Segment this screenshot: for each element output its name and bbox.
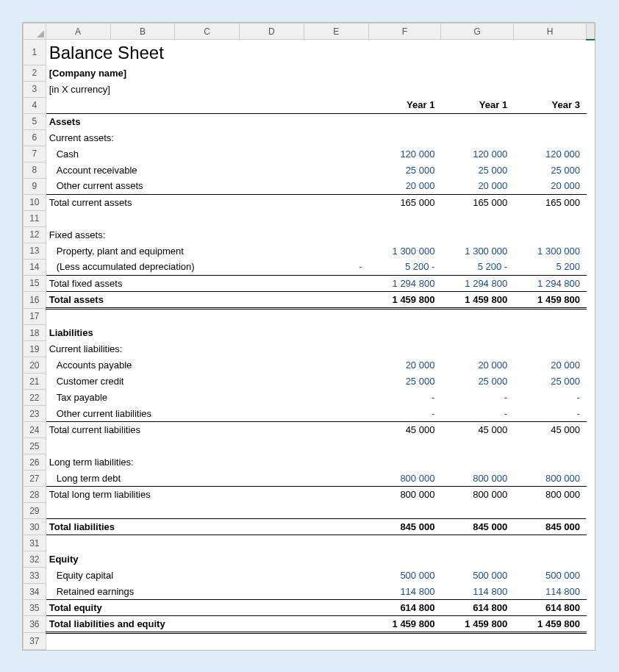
current-assets-label[interactable]: Current assets:: [46, 129, 586, 146]
row-label[interactable]: Equity capital: [46, 568, 368, 584]
row-header[interactable]: 34: [24, 584, 46, 600]
value-cell[interactable]: 5 200: [514, 259, 587, 275]
row-label[interactable]: Long term debt: [46, 471, 368, 487]
row-header[interactable]: 14: [24, 259, 46, 275]
total-label[interactable]: Total long term liabilities: [46, 487, 368, 503]
row-header[interactable]: 21: [24, 373, 46, 390]
row-header[interactable]: 6: [24, 129, 46, 146]
year-header-1[interactable]: Year 1: [368, 97, 441, 113]
total-cell[interactable]: 800 000: [441, 487, 514, 503]
row-label[interactable]: Account receivable: [46, 162, 368, 178]
neg-sign[interactable]: -: [304, 259, 368, 275]
total-cell[interactable]: 845 000: [514, 519, 587, 535]
value-cell[interactable]: 500 000: [514, 568, 587, 584]
empty-cell[interactable]: [46, 633, 586, 650]
total-cell[interactable]: 165 000: [514, 194, 587, 210]
value-cell[interactable]: 800 000: [514, 471, 587, 487]
row-header[interactable]: 16: [24, 291, 46, 308]
row-label[interactable]: Customer credit: [46, 373, 368, 390]
row-label[interactable]: Property, plant and equipment: [46, 243, 368, 259]
row-header[interactable]: 22: [24, 390, 46, 406]
value-cell[interactable]: -: [441, 390, 514, 406]
value-cell[interactable]: 25 000: [514, 373, 587, 390]
total-cell[interactable]: 165 000: [441, 194, 514, 210]
value-cell[interactable]: -: [514, 390, 587, 406]
empty-cell[interactable]: [46, 210, 586, 226]
row-label[interactable]: Tax payable: [46, 390, 368, 406]
total-label[interactable]: Total current assets: [46, 194, 368, 210]
empty-cell[interactable]: [46, 535, 586, 551]
title-cell[interactable]: Balance Sheet: [46, 40, 586, 65]
total-cell[interactable]: 1 294 800: [441, 275, 514, 291]
col-header-f[interactable]: F: [368, 24, 441, 40]
year-header-3[interactable]: Year 3: [514, 97, 587, 113]
longterm-label[interactable]: Long term liabilities:: [46, 454, 586, 471]
value-cell[interactable]: 114 800: [368, 584, 441, 600]
total-cell[interactable]: 1 459 800: [514, 616, 587, 633]
value-cell[interactable]: 1 300 000: [514, 243, 587, 259]
row-header[interactable]: 11: [24, 210, 46, 226]
row-label[interactable]: Accounts payable: [46, 357, 368, 373]
row-header[interactable]: 2: [24, 65, 46, 81]
value-cell[interactable]: 120 000: [368, 146, 441, 162]
row-header[interactable]: 33: [24, 568, 46, 584]
row-header[interactable]: 15: [24, 275, 46, 291]
value-cell[interactable]: 20 000: [441, 178, 514, 194]
value-cell[interactable]: 1 300 000: [441, 243, 514, 259]
cell[interactable]: [46, 97, 368, 113]
col-header-h[interactable]: H: [514, 24, 587, 40]
grand-total-label[interactable]: Total liabilities and equity: [46, 616, 368, 633]
total-cell[interactable]: 1 459 800: [368, 616, 441, 633]
col-header-g[interactable]: G: [441, 24, 514, 40]
value-cell[interactable]: 5 200 -: [368, 259, 441, 275]
company-cell[interactable]: [Company name]: [46, 65, 586, 81]
value-cell[interactable]: 20 000: [514, 178, 587, 194]
col-header-a[interactable]: A: [46, 24, 110, 40]
value-cell[interactable]: 120 000: [441, 146, 514, 162]
row-header[interactable]: 18: [24, 325, 46, 341]
row-header[interactable]: 26: [24, 454, 46, 471]
value-cell[interactable]: 25 000: [368, 373, 441, 390]
row-label[interactable]: (Less accumulated depreciation): [46, 259, 304, 275]
total-cell[interactable]: 614 800: [441, 600, 514, 616]
row-header[interactable]: 32: [24, 551, 46, 568]
assets-header[interactable]: Assets: [46, 113, 586, 129]
total-cell[interactable]: 1 459 800: [441, 291, 514, 308]
total-cell[interactable]: 45 000: [514, 422, 587, 438]
select-all-corner[interactable]: [24, 24, 46, 40]
total-cell[interactable]: 1 459 800: [441, 616, 514, 633]
total-cell[interactable]: 845 000: [441, 519, 514, 535]
value-cell[interactable]: 114 800: [441, 584, 514, 600]
row-header[interactable]: 29: [24, 503, 46, 519]
value-cell[interactable]: 20 000: [368, 178, 441, 194]
value-cell[interactable]: 114 800: [514, 584, 587, 600]
row-header[interactable]: 27: [24, 471, 46, 487]
row-header[interactable]: 35: [24, 600, 46, 616]
row-header[interactable]: 5: [24, 113, 46, 129]
total-cell[interactable]: 45 000: [441, 422, 514, 438]
row-header[interactable]: 36: [24, 616, 46, 633]
row-header[interactable]: 3: [24, 81, 46, 97]
row-header[interactable]: 7: [24, 146, 46, 162]
value-cell[interactable]: -: [514, 406, 587, 422]
row-label[interactable]: Retained earnings: [46, 584, 368, 600]
value-cell[interactable]: 500 000: [368, 568, 441, 584]
col-header-b[interactable]: B: [110, 24, 175, 40]
equity-header[interactable]: Equity: [46, 551, 586, 568]
value-cell[interactable]: 1 300 000: [368, 243, 441, 259]
value-cell[interactable]: 25 000: [441, 373, 514, 390]
row-label[interactable]: Cash: [46, 146, 368, 162]
empty-cell[interactable]: [46, 308, 586, 325]
total-cell[interactable]: 1 294 800: [368, 275, 441, 291]
total-cell[interactable]: 165 000: [368, 194, 441, 210]
value-cell[interactable]: 25 000: [368, 162, 441, 178]
total-cell[interactable]: 45 000: [368, 422, 441, 438]
row-header[interactable]: 23: [24, 406, 46, 422]
row-header[interactable]: 28: [24, 487, 46, 503]
row-header[interactable]: 37: [24, 633, 46, 650]
total-assets-label[interactable]: Total assets: [46, 291, 368, 308]
fixed-assets-label[interactable]: Fixed assets:: [46, 226, 586, 243]
currency-cell[interactable]: [in X currency]: [46, 81, 586, 97]
row-label[interactable]: Other current assets: [46, 178, 368, 194]
value-cell[interactable]: -: [368, 406, 441, 422]
